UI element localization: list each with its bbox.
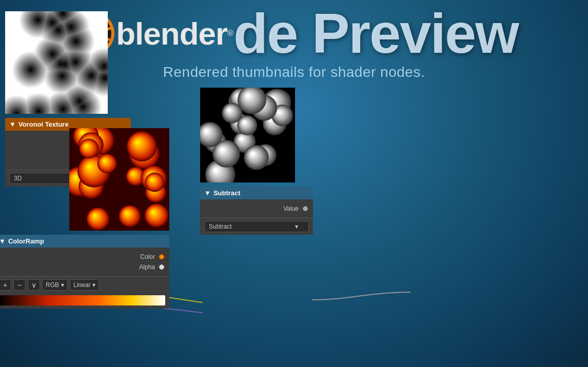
voronoi-thumbnail [5, 11, 108, 114]
subtract-value-label: Value [283, 205, 299, 212]
subtract-body: Value [200, 199, 313, 218]
colorramp-linear-value: Linear [73, 281, 90, 289]
subtract-value-row: Value [200, 203, 313, 214]
colorramp-color-socket[interactable] [159, 254, 164, 259]
colorramp-linear-dropdown[interactable]: Linear ▾ [70, 279, 99, 291]
voronoi-dropdown-value: 3D [14, 175, 22, 182]
colorramp-rgb-arrow: ▾ [61, 281, 64, 289]
blender-name: blender [116, 15, 227, 52]
colorramp-arrow: ▼ [0, 237, 6, 245]
nodes-area: ▼ Voronoi Texture Distance Color Positio… [0, 118, 588, 367]
subtract-footer: Subtract ▾ [200, 218, 313, 235]
colorramp-node: ▼ ColorRamp Color Alpha + − ∨ RGB [0, 235, 169, 309]
colorramp-toolbar: + − ∨ RGB ▾ Linear ▾ [0, 276, 169, 293]
subtract-header: ▼ Subtract [200, 187, 313, 199]
colorramp-header: ▼ ColorRamp [0, 235, 169, 248]
subtract-node: ▼ Subtract Value Subtract ▾ [200, 187, 313, 235]
colorramp-linear-arrow: ▾ [92, 281, 95, 289]
subtract-title: Subtract [213, 189, 241, 197]
subtract-dropdown-value: Subtract [209, 223, 232, 230]
colorramp-color-label: Color [140, 253, 155, 260]
subtract-value-socket[interactable] [303, 206, 308, 211]
subtract-dropdown[interactable]: Subtract ▾ [204, 221, 309, 232]
colorramp-alpha-row: Alpha [0, 262, 169, 272]
blender-text-logo: blender® [116, 15, 233, 52]
colorramp-color-row: Color [0, 252, 169, 262]
colorramp-panel: ▼ ColorRamp Color Alpha + − ∨ RGB [0, 235, 169, 309]
colorramp-arrow-button[interactable]: ∨ [28, 279, 40, 291]
colorramp-remove-button[interactable]: − [13, 279, 26, 291]
title-row: blender® de Preview [70, 5, 518, 62]
subtract-panel: ▼ Subtract Value Subtract ▾ [200, 187, 313, 235]
colorramp-body: Color Alpha [0, 248, 169, 276]
colorramp-thumbnail [69, 128, 169, 231]
subtract-arrow: ▼ [204, 189, 211, 197]
voronoi-title: Voronoi Texture [18, 120, 69, 128]
colorramp-alpha-label: Alpha [139, 263, 155, 271]
colorramp-rgb-value: RGB [46, 281, 59, 289]
colorramp-gradient-wrap [0, 293, 169, 309]
colorramp-gradient-bar[interactable] [0, 295, 165, 305]
colorramp-rgb-dropdown[interactable]: RGB ▾ [42, 279, 68, 291]
colorramp-add-button[interactable]: + [0, 279, 11, 291]
colorramp-title: ColorRamp [8, 237, 44, 245]
colorramp-alpha-socket[interactable] [159, 264, 164, 270]
subtitle: Rendered thumbnails for shader nodes. [163, 64, 425, 80]
subtract-dropdown-arrow: ▾ [295, 223, 298, 230]
subtract-thumbnail [200, 88, 295, 182]
main-title: de Preview [233, 5, 518, 62]
reg-mark: ® [227, 29, 233, 38]
voronoi-arrow: ▼ [9, 120, 16, 128]
